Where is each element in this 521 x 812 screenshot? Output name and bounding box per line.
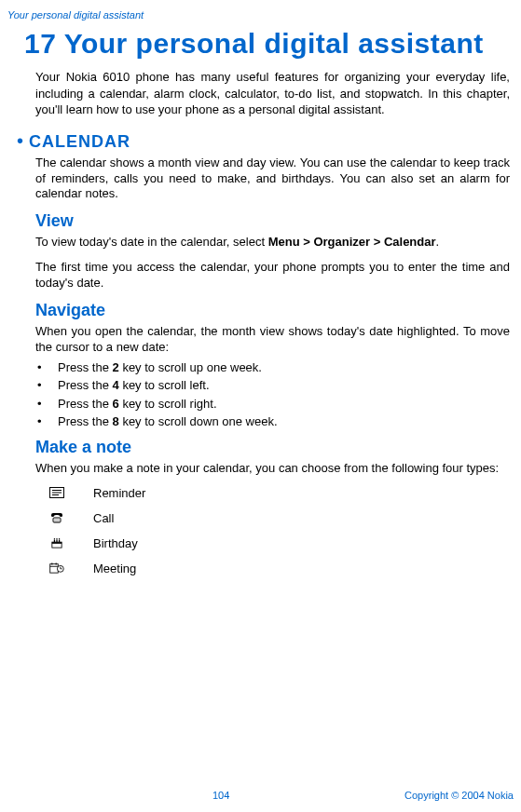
view-p2: The first time you access the calendar, … [35, 260, 510, 291]
subsection-make-note: Make a note [35, 438, 514, 457]
section-heading-calendar: CALENDAR [29, 132, 130, 152]
copyright-text: Copyright © 2004 Nokia [404, 790, 514, 801]
navigate-list: Press the 2 key to scroll up one week. P… [35, 359, 514, 430]
view-p1: To view today's date in the calendar, se… [35, 235, 510, 250]
page-number: 104 [213, 790, 229, 801]
reminder-icon [47, 487, 67, 498]
menu-path: Menu > Organizer > Calendar [268, 235, 436, 249]
svg-point-16 [54, 538, 55, 539]
section-calendar: • CALENDAR [17, 131, 514, 152]
make-note-intro: When you make a note in your calendar, y… [35, 461, 510, 477]
note-types-list: Reminder Call Birthday Meeting [47, 486, 514, 575]
note-type-row: Birthday [47, 536, 514, 550]
list-item: Press the 6 key to scroll right. [35, 396, 514, 413]
svg-point-5 [55, 520, 56, 521]
chapter-title: 17 Your personal digital assistant [24, 28, 514, 60]
birthday-icon [47, 537, 67, 548]
note-type-label: Call [93, 511, 114, 525]
note-type-label: Birthday [93, 536, 138, 550]
note-type-row: Call [47, 511, 514, 525]
svg-point-18 [59, 538, 60, 539]
svg-rect-12 [52, 542, 62, 544]
calendar-intro: The calendar shows a month view and day … [35, 156, 510, 203]
svg-point-7 [59, 520, 60, 521]
svg-point-9 [57, 521, 58, 522]
svg-point-10 [59, 521, 60, 522]
list-item: Press the 2 key to scroll up one week. [35, 359, 514, 376]
page-footer: 104 Copyright © 2004 Nokia [0, 790, 521, 801]
view-p1a: To view today's date in the calendar, se… [35, 235, 268, 249]
svg-rect-19 [50, 564, 59, 573]
chapter-intro: Your Nokia 6010 phone has many useful fe… [35, 69, 510, 118]
note-type-label: Reminder [93, 486, 145, 500]
svg-point-17 [56, 538, 57, 539]
svg-point-8 [55, 521, 56, 522]
call-icon [47, 512, 67, 523]
running-header: Your personal digital assistant [7, 9, 514, 20]
svg-point-6 [57, 520, 58, 521]
note-type-row: Meeting [47, 562, 514, 575]
subsection-navigate: Navigate [35, 301, 514, 320]
list-item: Press the 8 key to scroll down one week. [35, 413, 514, 430]
bullet-icon: • [17, 131, 23, 150]
list-item: Press the 4 key to scroll left. [35, 377, 514, 394]
navigate-intro: When you open the calendar, the month vi… [35, 324, 510, 356]
view-p1c: . [436, 235, 440, 249]
meeting-icon [47, 562, 67, 574]
subsection-view: View [35, 211, 514, 231]
chapter-number: 17 [24, 28, 56, 59]
note-type-label: Meeting [93, 562, 136, 575]
chapter-title-text: Your personal digital assistant [64, 28, 484, 59]
note-type-row: Reminder [47, 486, 514, 500]
